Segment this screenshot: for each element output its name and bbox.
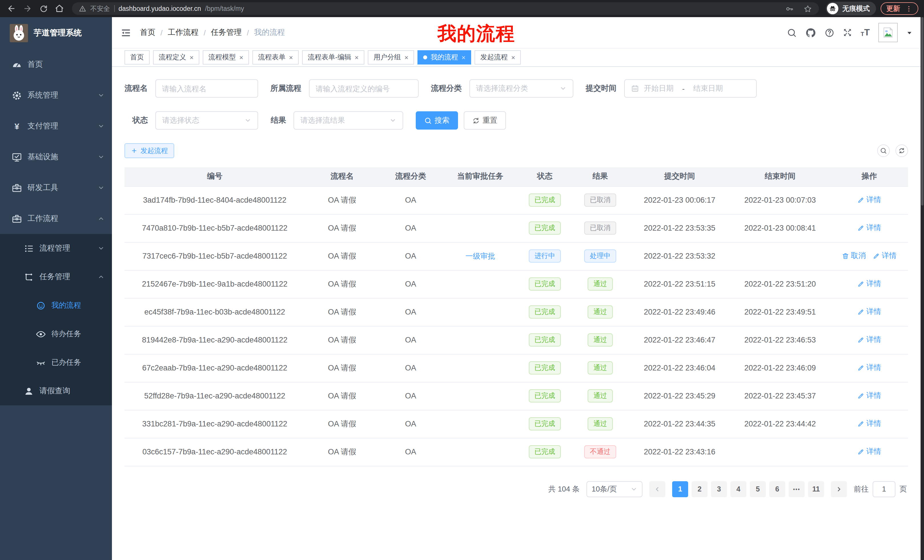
font-size-icon[interactable]: TT (861, 28, 870, 37)
cell-actions: 详情 (830, 382, 908, 410)
category-select[interactable]: 请选择流程分类 (469, 79, 573, 97)
gauge-icon (11, 59, 22, 70)
tab-label: 发起流程 (480, 52, 508, 62)
page-button-2[interactable]: 2 (692, 481, 708, 497)
result-badge: 通过 (588, 389, 613, 403)
close-icon[interactable]: × (289, 54, 293, 61)
key-icon[interactable] (785, 4, 794, 13)
avatar[interactable] (878, 23, 898, 42)
close-icon[interactable]: × (511, 54, 515, 61)
sidebar-collapse-icon[interactable] (120, 27, 131, 38)
github-icon[interactable] (805, 27, 816, 38)
edit-icon (857, 448, 865, 455)
page-button-4[interactable]: 4 (730, 481, 746, 497)
browser-scrollbar[interactable] (921, 17, 924, 560)
detail-link[interactable]: 详情 (857, 223, 881, 233)
sidebar-item-sub-1[interactable]: 任务管理 (0, 263, 112, 291)
bookmark-star-icon[interactable] (804, 4, 812, 13)
result-select[interactable]: 请选择流结果 (294, 111, 403, 130)
close-icon[interactable]: × (239, 54, 243, 61)
status-select[interactable]: 请选择状态 (155, 111, 258, 130)
browser-update-button[interactable]: 更新 (880, 2, 918, 15)
goto-page-input[interactable] (873, 481, 896, 497)
show-search-button[interactable] (877, 144, 890, 157)
task-link[interactable]: 一级审批 (465, 251, 495, 261)
sidebar-item-sub-0[interactable]: 流程管理 (0, 234, 112, 263)
sidebar-item-sub-3[interactable]: 待办任务 (0, 320, 112, 348)
sidebar-item-top-4[interactable]: 研发工具 (0, 172, 112, 203)
process-definition-input[interactable] (309, 79, 418, 97)
breadcrumb-item[interactable]: 任务管理 (211, 27, 242, 38)
sidebar-item-top-1[interactable]: 系统管理 (0, 80, 112, 111)
next-page-button[interactable] (831, 481, 847, 497)
detail-link[interactable]: 详情 (857, 419, 881, 429)
close-icon[interactable]: × (190, 54, 194, 61)
end-date-placeholder[interactable]: 结束日期 (693, 83, 723, 94)
detail-link[interactable]: 详情 (857, 391, 881, 401)
page-button-1[interactable]: 1 (672, 481, 688, 497)
sidebar-item-sub-2[interactable]: 我的流程 (0, 291, 112, 320)
tab-2[interactable]: 流程模型× (203, 50, 249, 64)
reset-button[interactable]: 重置 (464, 111, 506, 130)
status-badge: 已完成 (529, 333, 561, 346)
tab-1[interactable]: 流程定义× (153, 50, 199, 64)
tab-5[interactable]: 用户分组× (368, 50, 414, 64)
close-icon[interactable]: × (404, 54, 408, 61)
sidebar-item-sub-5[interactable]: 请假查询 (0, 377, 112, 405)
chevron-down-icon (98, 123, 105, 130)
prev-page-button[interactable] (650, 481, 665, 497)
detail-link[interactable]: 详情 (857, 307, 881, 317)
more-vertical-icon[interactable] (905, 5, 913, 12)
sidebar-item-top-5[interactable]: 工作流程 (0, 203, 112, 234)
detail-link[interactable]: 详情 (873, 251, 897, 261)
page-button-3[interactable]: 3 (711, 481, 727, 497)
sidebar-item-top-3[interactable]: 基础设施 (0, 142, 112, 172)
browser-reload-button[interactable] (38, 3, 49, 14)
help-icon[interactable] (825, 28, 834, 37)
close-icon[interactable]: × (461, 54, 465, 61)
security-label[interactable]: 不安全 (90, 4, 110, 13)
breadcrumb-item[interactable]: 工作流程 (168, 27, 198, 38)
sidebar-submenu: 流程管理任务管理我的流程待办任务已办任务请假查询 (0, 234, 112, 405)
sidebar-item-top-2[interactable]: ¥支付管理 (0, 111, 112, 142)
detail-link[interactable]: 详情 (857, 335, 881, 345)
tab-4[interactable]: 流程表单-编辑× (302, 50, 364, 64)
process-name-input[interactable] (155, 79, 258, 97)
create-process-button[interactable]: 发起流程 (124, 143, 174, 158)
page-size-select[interactable]: 10条/页 (586, 481, 642, 497)
detail-link[interactable]: 详情 (857, 279, 881, 289)
detail-link[interactable]: 详情 (857, 363, 881, 373)
sidebar-item-sub-4[interactable]: 已办任务 (0, 348, 112, 377)
tab-7[interactable]: 发起流程× (475, 50, 521, 64)
address-bar[interactable]: 不安全 dashboard.yudao.iocoder.cn/bpm/task/… (72, 2, 819, 15)
more-pages-button[interactable]: ••• (789, 481, 805, 497)
page-button-5[interactable]: 5 (750, 481, 766, 497)
detail-link[interactable]: 详情 (857, 447, 881, 457)
cell-result: 通过 (571, 382, 629, 410)
start-date-placeholder[interactable]: 开始日期 (644, 83, 674, 94)
refresh-table-button[interactable] (896, 144, 908, 157)
cell-end-time: 2022-01-22 23:44:42 (730, 410, 830, 438)
tab-0[interactable]: 首页 (124, 50, 150, 64)
browser-home-button[interactable] (54, 3, 65, 14)
sidebar-item-label: 系统管理 (27, 90, 98, 100)
fullscreen-icon[interactable] (843, 28, 852, 37)
page-button-11[interactable]: 11 (808, 481, 824, 497)
breadcrumb-item[interactable]: 首页 (140, 27, 155, 38)
caret-down-icon[interactable] (906, 29, 913, 36)
tab-6[interactable]: 我的流程× (417, 50, 471, 64)
search-icon[interactable] (787, 28, 796, 37)
close-icon[interactable]: × (355, 54, 358, 61)
submit-time-range[interactable]: 开始日期 - 结束日期 (624, 79, 756, 97)
cell-category: OA (379, 214, 442, 242)
sidebar-item-top-0[interactable]: 首页 (0, 49, 112, 80)
browser-back-button[interactable] (6, 3, 17, 14)
browser-forward-button[interactable] (22, 3, 33, 14)
detail-link[interactable]: 详情 (857, 195, 881, 205)
page-button-6[interactable]: 6 (769, 481, 785, 497)
search-button[interactable]: 搜索 (416, 111, 458, 130)
cell-current-task (442, 270, 519, 298)
tab-3[interactable]: 流程表单× (252, 50, 298, 64)
cancel-link[interactable]: 取消 (842, 251, 866, 261)
app-logo[interactable]: 芋道管理系统 (0, 17, 112, 49)
